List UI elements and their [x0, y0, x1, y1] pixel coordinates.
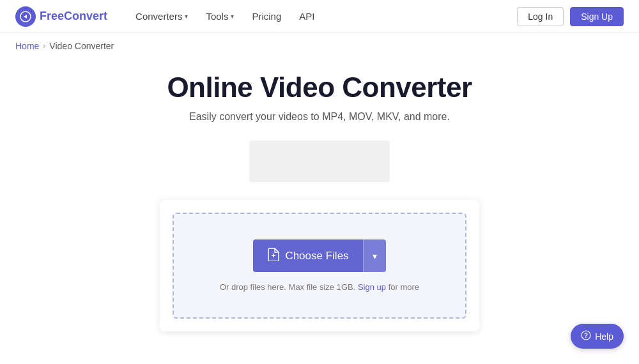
choose-files-group: Choose Files ▾: [253, 239, 385, 272]
svg-text:?: ?: [584, 332, 588, 339]
breadcrumb-home[interactable]: Home: [15, 41, 39, 51]
page-title: Online Video Converter: [167, 72, 472, 103]
upload-card: Choose Files ▾ Or drop files here. Max f…: [160, 200, 479, 331]
ad-placeholder: [249, 140, 390, 182]
signup-button[interactable]: Sign Up: [570, 7, 624, 26]
file-icon: [267, 247, 280, 264]
help-icon: ?: [581, 330, 591, 342]
breadcrumb-separator: ›: [43, 42, 45, 50]
choose-files-button[interactable]: Choose Files: [253, 239, 362, 272]
nav-converters[interactable]: Converters ▾: [128, 7, 196, 26]
nav-api[interactable]: API: [291, 7, 322, 26]
main-content: Online Video Converter Easily convert yo…: [0, 59, 639, 357]
breadcrumb-current: Video Converter: [49, 41, 114, 51]
signup-link[interactable]: Sign up: [358, 282, 386, 292]
breadcrumb: Home › Video Converter: [0, 33, 639, 59]
tools-arrow-icon: ▾: [231, 13, 234, 20]
choose-files-dropdown[interactable]: ▾: [363, 239, 386, 272]
page-subtitle: Easily convert your videos to MP4, MOV, …: [189, 111, 450, 123]
logo-text: FreeConvert: [40, 10, 107, 23]
header: FreeConvert Converters ▾ Tools ▾ Pricing…: [0, 0, 639, 33]
logo[interactable]: FreeConvert: [15, 6, 107, 27]
logo-icon: [15, 6, 36, 27]
help-button[interactable]: ? Help: [571, 324, 624, 349]
header-actions: Log In Sign Up: [517, 7, 624, 26]
nav-pricing[interactable]: Pricing: [244, 7, 289, 26]
converters-arrow-icon: ▾: [185, 13, 188, 20]
drop-hint: Or drop files here. Max file size 1GB. S…: [220, 282, 419, 292]
nav-tools[interactable]: Tools ▾: [198, 7, 242, 26]
dropdown-arrow-icon: ▾: [373, 251, 377, 261]
login-button[interactable]: Log In: [517, 7, 564, 26]
drop-zone[interactable]: Choose Files ▾ Or drop files here. Max f…: [173, 213, 466, 319]
main-nav: Converters ▾ Tools ▾ Pricing API: [128, 7, 517, 26]
